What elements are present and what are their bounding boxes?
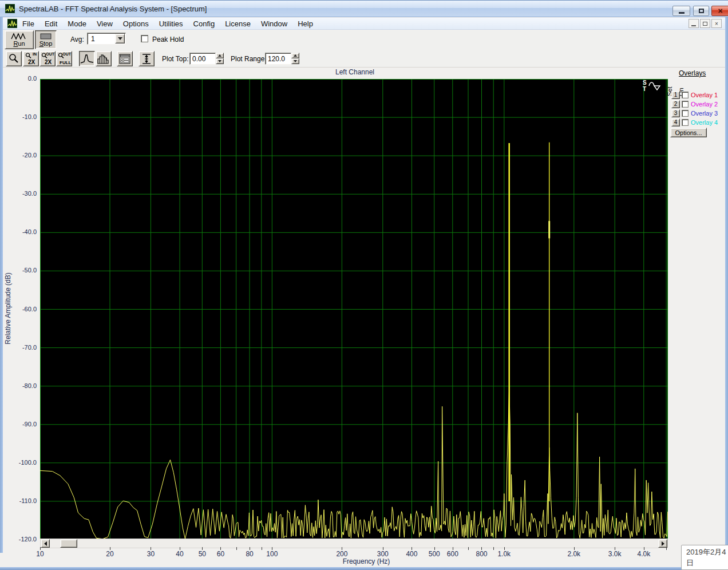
x-tick-label: 2.0k: [558, 550, 590, 558]
options-dialog-icon: [119, 54, 130, 64]
sine-wave-icon: [11, 33, 28, 40]
overlay-options-button[interactable]: Options...: [670, 128, 707, 137]
menu-item-edit[interactable]: Edit: [39, 18, 62, 29]
x-tick: [666, 547, 667, 550]
menu-item-license[interactable]: License: [220, 18, 256, 29]
line-plot-mode-button[interactable]: [79, 51, 95, 66]
plot-top-spinner[interactable]: [216, 53, 224, 64]
overlay-on-checkbox-1[interactable]: [682, 92, 689, 98]
close-icon: ×: [718, 7, 722, 15]
mdi-close-button[interactable]: ×: [711, 19, 722, 28]
menu-item-help[interactable]: Help: [292, 18, 318, 29]
avg-combobox[interactable]: 1: [87, 33, 126, 45]
restore-icon: [699, 9, 704, 13]
overlay-on-checkbox-3[interactable]: [682, 110, 689, 117]
y-tick-label: -30.0: [11, 190, 37, 197]
plot-top-input[interactable]: [189, 53, 216, 65]
zoom-out-2x-button[interactable]: OUT 2X: [39, 51, 56, 66]
menu-item-file[interactable]: File: [17, 18, 39, 29]
arrow-right-icon: [662, 541, 664, 546]
spectrum-trace-marker: ST: [643, 80, 663, 92]
spectrum-window-icon: [7, 19, 17, 28]
scroll-left-button[interactable]: [41, 539, 50, 548]
mdi-restore-button[interactable]: [700, 19, 710, 28]
overlay-set-button-1[interactable]: 1: [671, 91, 680, 99]
x-axis-title: Frequency (Hz): [309, 557, 424, 565]
avg-value: 1: [91, 35, 95, 43]
overlay-set-button-4[interactable]: 4: [671, 118, 680, 126]
spin-up-icon[interactable]: [291, 53, 299, 58]
spectrum-plot[interactable]: [40, 79, 668, 540]
menu-item-options[interactable]: Options: [118, 18, 154, 29]
overlay-on-checkbox-2[interactable]: [682, 101, 689, 108]
plot-range-input[interactable]: [265, 53, 291, 65]
x-tick-label: 600: [437, 550, 469, 558]
zoom-out-full-button[interactable]: OUT FULL: [56, 51, 72, 66]
menu-item-window[interactable]: Window: [256, 18, 292, 29]
view-toolbar: IN 2X OUT 2X OUT FULL: [3, 50, 725, 68]
sine-cycle-icon: [648, 80, 663, 92]
avg-label: Avg:: [70, 35, 84, 43]
zoom-full-bottom-label: FULL: [60, 60, 71, 65]
scroll-right-button[interactable]: [658, 539, 667, 548]
plot-range-label: Plot Range:: [231, 55, 267, 63]
overlay-on-checkbox-4[interactable]: [682, 119, 689, 126]
stop-rect-icon: [39, 33, 52, 40]
overlays-title: Overlays: [679, 69, 719, 77]
arrow-left-icon: [44, 541, 47, 546]
peak-hold-label: Peak Hold: [152, 35, 184, 43]
zoom-in-2x-button[interactable]: IN 2X: [23, 51, 39, 66]
menu-item-mode[interactable]: Mode: [62, 18, 92, 29]
overlay-set-button-3[interactable]: 3: [671, 109, 680, 117]
close-button[interactable]: ×: [711, 6, 728, 16]
stop-button[interactable]: Stop: [35, 30, 57, 49]
x-tick-label: 20: [94, 550, 126, 558]
title-bar[interactable]: SpectraLAB - FFT Spectral Analysis Syste…: [0, 0, 728, 17]
y-tick-label: -120.0: [11, 536, 37, 543]
spectrum-peak-icon: [80, 53, 94, 65]
window-border-left: [0, 0, 3, 553]
x-tick-label: 10: [24, 550, 56, 558]
avg-dropdown-button[interactable]: [115, 34, 125, 43]
app-window: SpectraLAB - FFT Spectral Analysis Syste…: [0, 0, 728, 570]
app-icon: [5, 4, 15, 13]
mdi-minimize-button[interactable]: [689, 19, 699, 28]
menu-item-utilities[interactable]: Utilities: [154, 18, 188, 29]
display-options-button[interactable]: [117, 51, 133, 66]
x-tick-label: 200: [326, 550, 358, 558]
y-tick-label: -50.0: [11, 267, 37, 274]
overlay-row-2: 2Overlay 2: [671, 100, 718, 108]
y-tick-label: -40.0: [11, 228, 37, 235]
run-label: Run: [13, 40, 25, 47]
minimize-button[interactable]: [672, 6, 690, 16]
zoom-out-bottom-label: 2X: [45, 59, 52, 65]
spin-down-icon[interactable]: [291, 58, 299, 64]
spectrum-canvas: [40, 79, 668, 540]
mdi-minimize-icon: [691, 25, 696, 26]
window-title: SpectraLAB - FFT Spectral Analysis Syste…: [19, 5, 207, 13]
restore-button[interactable]: [693, 6, 709, 16]
overlay-row-3: 3Overlay 3: [671, 109, 718, 117]
y-tick-label: -100.0: [11, 459, 37, 466]
spin-up-icon[interactable]: [216, 53, 224, 58]
overlay-set-button-2[interactable]: 2: [671, 100, 680, 108]
date-line1: 2019年2月4日: [686, 547, 728, 569]
zoom-button[interactable]: [6, 51, 22, 66]
menu-item-view[interactable]: View: [92, 18, 118, 29]
spin-down-icon[interactable]: [216, 58, 224, 64]
peak-hold-checkbox[interactable]: [141, 35, 148, 42]
scrollbar-thumb[interactable]: [60, 539, 77, 548]
date-tooltip: 2019年2月4日 月曜日: [681, 545, 728, 570]
overlay-row-4: 4Overlay 4: [671, 118, 718, 126]
overlay-label-2: Overlay 2: [691, 101, 718, 108]
menu-item-config[interactable]: Config: [188, 18, 220, 29]
plot-range-spinner[interactable]: [291, 53, 299, 64]
y-tick-label: 0.0: [11, 75, 37, 82]
bar-plot-mode-button[interactable]: [96, 51, 112, 66]
overlay-label-3: Overlay 3: [691, 110, 718, 117]
run-button[interactable]: Run: [5, 30, 34, 49]
vertical-range-icon: [141, 53, 152, 65]
chevron-down-icon: [118, 37, 122, 40]
x-tick-label: 60: [204, 550, 236, 558]
vertical-scale-button[interactable]: [139, 51, 155, 66]
